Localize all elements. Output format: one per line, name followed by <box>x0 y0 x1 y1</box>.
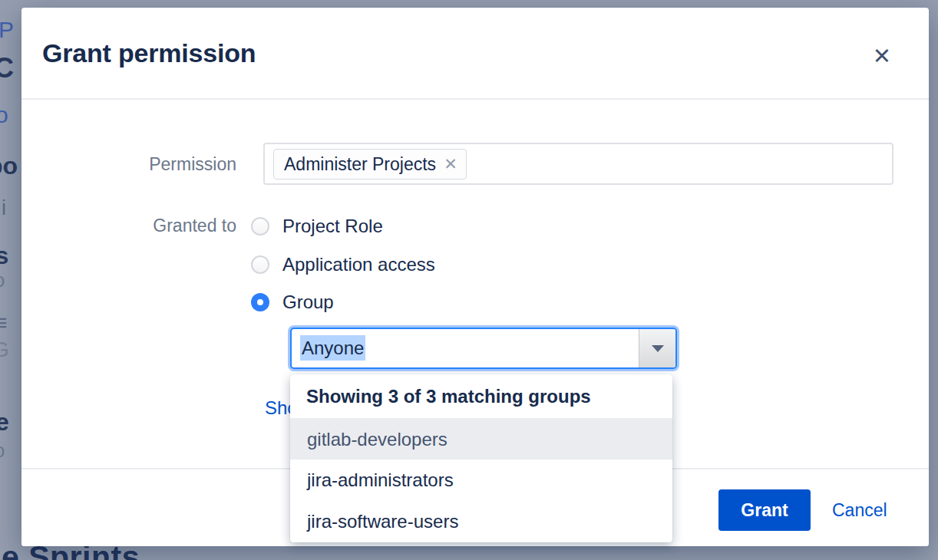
permission-field[interactable]: Administer Projects ✕ <box>263 143 893 185</box>
background-text-fragment: C <box>0 52 14 84</box>
background-text-fragment: po <box>0 152 18 180</box>
dialog-title: Grant permission <box>42 38 256 68</box>
group-select-combobox[interactable]: Anyone <box>290 328 677 369</box>
background-text-fragment: o <box>0 439 5 463</box>
radio-circle-unchecked[interactable] <box>251 217 269 236</box>
cancel-button[interactable]: Cancel <box>827 489 892 531</box>
dropdown-option-gitlab-developers[interactable]: gitlab-developers <box>290 420 672 460</box>
granted-to-label: Granted to <box>83 216 236 236</box>
permission-tag: Administer Projects ✕ <box>273 149 467 180</box>
background-text-fragment: e <box>0 408 9 436</box>
permission-tag-label: Administer Projects <box>284 154 436 175</box>
radio-circle-checked[interactable] <box>251 293 269 311</box>
group-dropdown-listbox: Showing 3 of 3 matching groups gitlab-de… <box>290 374 672 542</box>
radio-application-access[interactable]: Application access <box>251 247 435 282</box>
background-text-fragment: o <box>0 102 8 128</box>
dropdown-option-jira-software-users[interactable]: jira-software-users <box>290 501 672 542</box>
dropdown-header: Showing 3 of 3 matching groups <box>290 374 672 420</box>
close-button[interactable]: ✕ <box>864 40 900 72</box>
background-text-fragment: i <box>2 196 6 220</box>
background-text-fragment: G <box>0 338 9 362</box>
background-text-fragment: s <box>0 242 8 270</box>
dialog-header: Grant permission ✕ <box>21 8 929 100</box>
dropdown-option-jira-administrators[interactable]: jira-administrators <box>290 460 672 501</box>
close-icon: ✕ <box>873 43 891 69</box>
select-dropdown-button[interactable] <box>639 329 675 367</box>
radio-project-role[interactable]: Project Role <box>251 209 383 244</box>
tag-remove-icon[interactable]: ✕ <box>444 155 457 173</box>
grant-permission-dialog: Grant permission ✕ Permission Administer… <box>21 8 929 546</box>
radio-group[interactable]: Group <box>251 285 334 320</box>
caret-down-icon <box>652 345 664 352</box>
background-text-fragment: ≡ <box>0 310 8 336</box>
group-select-value: Anyone <box>300 329 365 367</box>
radio-label: Project Role <box>282 216 383 237</box>
background-text-fragment: P <box>0 17 14 43</box>
radio-circle-unchecked[interactable] <box>251 255 269 274</box>
radio-label: Application access <box>282 254 435 275</box>
grant-button[interactable]: Grant <box>718 489 811 531</box>
background-text-fragment: o <box>0 268 5 292</box>
permission-label: Permission <box>83 154 236 175</box>
group-select-value-text: Anyone <box>300 335 365 361</box>
radio-label: Group <box>282 292 334 313</box>
